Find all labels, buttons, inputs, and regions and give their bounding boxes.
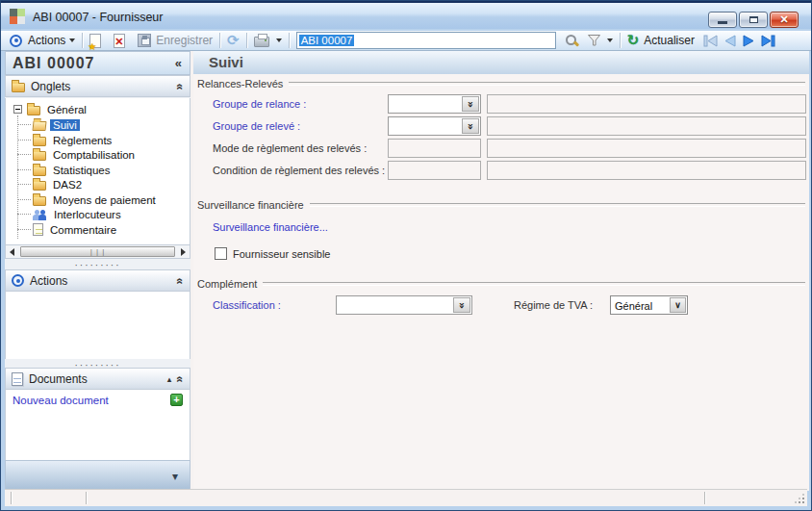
sidebar-item-commentaire[interactable]: Commentaire <box>6 222 190 237</box>
tree-connector <box>17 199 31 200</box>
collapse-panel-icon[interactable]: « <box>174 277 188 284</box>
mode-reglement-description-field <box>487 139 806 158</box>
field-row-groupe-releve: Groupe de relevé : « <box>193 116 809 136</box>
regime-tva-select[interactable]: Général ∨ <box>610 295 688 315</box>
statusbar-divider <box>86 492 87 504</box>
folder-icon <box>33 137 46 146</box>
combo-dropdown-button[interactable]: « <box>462 118 479 134</box>
actions-panel-title: Actions <box>30 274 171 288</box>
close-button[interactable]: ✕ <box>770 12 799 28</box>
note-icon <box>33 223 43 236</box>
document-icon <box>12 372 23 386</box>
combo-dropdown-button[interactable]: « <box>453 297 470 313</box>
record-header: ABI 00007 « <box>5 51 190 75</box>
collapse-panel-icon[interactable]: « <box>174 375 188 382</box>
checkbox-label: Fournisseur sensible <box>233 248 331 260</box>
refresh-icon[interactable]: ⟳ <box>227 34 240 48</box>
filter-caret-icon[interactable] <box>607 38 613 42</box>
sidebar-item-reglements[interactable]: Règlements <box>6 133 190 147</box>
collapse-expander-icon[interactable] <box>13 105 22 114</box>
nav-first-button[interactable] <box>703 35 719 47</box>
field-row-groupe-relance: Groupe de relance : « <box>193 94 809 114</box>
add-document-button[interactable]: + <box>170 394 183 406</box>
chevron-double-down-icon: « <box>464 100 476 107</box>
onglets-panel-header[interactable]: Onglets « <box>5 75 190 97</box>
sidebar-item-interlocuteurs[interactable]: Interlocuteurs <box>6 207 190 221</box>
sidebar-item-comptabilisation[interactable]: Comptabilisation <box>6 147 190 162</box>
print-caret-icon[interactable] <box>276 38 282 42</box>
collapse-sidebar-icon[interactable]: « <box>175 56 190 70</box>
nav-last-button[interactable] <box>760 35 775 47</box>
groupe-relance-description-field <box>487 94 806 114</box>
new-record-button[interactable] <box>89 34 101 48</box>
filter-icon[interactable] <box>587 34 601 47</box>
group-title: Complément <box>197 278 257 290</box>
surveillance-financiere-link[interactable]: Surveillance financière... <box>213 221 328 233</box>
nav-next-button[interactable] <box>742 35 755 47</box>
tree-item-label: Suivi <box>50 119 80 131</box>
sidebar-item-statistiques[interactable]: Statistiques <box>6 163 190 177</box>
group-caption-complement: Complément <box>197 278 805 290</box>
separator <box>219 33 220 48</box>
scroll-right-icon[interactable] <box>181 248 186 256</box>
sidebar-item-moyens-de-paiement[interactable]: Moyens de paiement <box>6 192 190 207</box>
app-icon <box>10 9 25 24</box>
folder-icon <box>27 106 40 115</box>
tree-item-label: Interlocuteurs <box>51 209 124 220</box>
groupe-relance-combo[interactable]: « <box>388 94 481 114</box>
actions-panel-header[interactable]: Actions « <box>5 269 190 292</box>
resize-grip[interactable] <box>795 494 804 503</box>
status-bar <box>5 489 807 506</box>
toolbar: Actions Enregistrer ⟳ ABI 00007 ↻ Actual… <box>1 31 811 51</box>
minimize-button[interactable] <box>708 12 737 28</box>
field-label: Régime de TVA : <box>514 299 593 311</box>
actions-menu-button[interactable]: Actions <box>28 34 65 47</box>
collapse-panel-icon[interactable]: « <box>174 83 188 89</box>
scroll-up-icon[interactable]: ▴ <box>167 374 172 384</box>
tree-connector <box>17 169 31 170</box>
field-row-condition-reglement: Condition de règlement des relevés : <box>193 161 809 180</box>
sidebar-item-general[interactable]: Général <box>6 102 190 116</box>
actions-target-icon <box>10 35 22 47</box>
tree-item-label: Règlements <box>50 135 114 146</box>
nav-previous-button[interactable] <box>723 35 737 47</box>
condition-reglement-description-field <box>487 161 806 180</box>
scroll-left-icon[interactable] <box>10 248 14 256</box>
search-icon[interactable] <box>565 34 579 48</box>
fournisseur-sensible-checkbox[interactable] <box>215 247 227 260</box>
people-icon <box>33 209 47 220</box>
documents-panel-header[interactable]: Documents ▴ « <box>5 368 190 390</box>
actualiser-button[interactable]: Actualiser <box>644 34 695 47</box>
classification-combo[interactable]: « <box>336 295 472 315</box>
group-caption-surveillance: Surveillance financière <box>197 199 805 211</box>
statusbar-divider <box>11 492 12 504</box>
splitter-handle[interactable]: ········· <box>5 261 190 269</box>
combo-dropdown-button[interactable]: « <box>462 96 479 112</box>
scrollbar-thumb[interactable]: | | | <box>20 246 175 257</box>
chevron-down-icon[interactable]: ∨ <box>670 297 686 313</box>
documents-panel-title: Documents <box>29 372 162 386</box>
tree-horizontal-scrollbar[interactable]: | | | <box>5 244 190 259</box>
folder-icon <box>12 83 25 92</box>
expand-down-icon[interactable]: ▾ <box>172 470 178 483</box>
minimize-icon <box>718 21 727 24</box>
delete-record-button[interactable] <box>114 34 125 48</box>
sidebar-item-das2[interactable]: DAS2 <box>6 177 190 192</box>
tree-item-label: Statistiques <box>50 165 113 176</box>
record-id-input[interactable]: ABI 00007 <box>296 32 556 49</box>
new-document-row: Nouveau document + <box>13 394 183 406</box>
new-document-link[interactable]: Nouveau document <box>13 395 170 406</box>
field-label: Condition de règlement des relevés : <box>213 165 385 176</box>
tree-connector <box>17 154 31 155</box>
group-title: Relances-Relevés <box>197 78 283 89</box>
groupe-releve-combo[interactable]: « <box>388 116 481 136</box>
record-id-selected-text: ABI 00007 <box>299 35 355 46</box>
field-label: Classification : <box>213 299 281 311</box>
tree-connector <box>17 124 31 125</box>
restore-icon <box>749 16 758 23</box>
print-button[interactable] <box>254 37 269 47</box>
save-button[interactable]: Enregistrer <box>156 34 213 47</box>
restore-button[interactable] <box>739 12 768 28</box>
sidebar-item-suivi[interactable]: Suivi <box>6 117 190 132</box>
field-label: Mode de règlement des relevés : <box>213 142 367 154</box>
